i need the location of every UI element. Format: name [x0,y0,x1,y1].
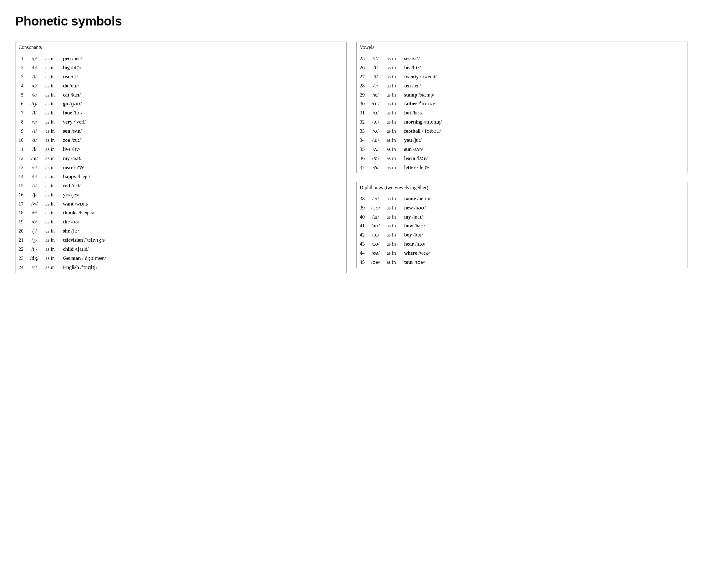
row-word: hear /hɪə/ [401,239,688,248]
row-number: 32 [357,118,368,127]
row-asin: as in [384,72,401,81]
table-row: 24 /ŋ/ as in English /ˈɪŋɡlɪʃ/ [15,263,346,273]
table-row: 16 /j/ as in yes /jes/ [15,190,346,200]
row-symbol: /eɪ/ [368,193,384,203]
row-number: 34 [357,136,368,145]
row-number: 43 [357,239,368,248]
row-word: football /ˈfʊtbɔːl/ [401,127,688,136]
table-row: 42 /ɔɪ/ as in boy /bɔɪ/ [357,230,688,239]
table-row: 44 /eə/ as in where /weə/ [357,248,688,258]
row-number: 21 [15,235,27,245]
row-word: how /haʊ/ [401,221,688,230]
vowels-table: Vowels 25 /iː/ as in see /siː/ 26 /ɪ/ as… [357,42,688,173]
row-asin: as in [43,208,60,217]
row-symbol: /f/ [27,108,43,118]
row-number: 37 [357,163,368,173]
row-symbol: /w/ [27,200,43,209]
row-symbol: /l/ [27,145,43,154]
row-number: 28 [357,81,368,90]
row-word: boy /bɔɪ/ [401,230,688,239]
row-number: 30 [357,99,368,108]
row-word: see /siː/ [401,53,688,63]
row-number: 31 [357,108,368,118]
row-symbol: /i/ [368,72,384,81]
row-number: 11 [15,145,27,154]
row-asin: as in [43,200,60,209]
row-symbol: /j/ [27,190,43,200]
row-word: his /hɪz/ [401,63,688,72]
row-symbol: /ɜː/ [368,154,384,163]
row-word: twenty /ˈtwenti/ [401,72,688,81]
row-word: child /tʃaɪld/ [60,245,346,254]
table-row: 35 /ʌ/ as in sun /sʌn/ [357,145,688,154]
row-asin: as in [43,145,60,154]
row-number: 9 [15,127,27,136]
row-asin: as in [43,172,60,181]
row-word: where /weə/ [401,248,688,258]
row-asin: as in [43,190,60,200]
table-row: 37 /ə/ as in letter /ˈletə/ [357,163,688,173]
table-row: 41 /aʊ/ as in how /haʊ/ [357,221,688,230]
row-symbol: /s/ [27,127,43,136]
row-word: four /fɔː/ [60,108,346,118]
row-asin: as in [384,248,401,258]
main-content: Consonants 1 /p/ as in pen /pen/ 2 /b/ a… [15,42,688,273]
row-word: tour /tʊə/ [401,258,688,268]
row-word: stamp /stæmp/ [401,90,688,99]
row-number: 4 [15,81,27,90]
row-symbol: /e/ [368,81,384,90]
row-word: German /ˈdʒɜːmən/ [60,254,346,263]
row-symbol: /h/ [27,172,43,181]
row-number: 6 [15,99,27,108]
table-row: 39 /əʊ/ as in new /nəʊ/ [357,203,688,213]
row-asin: as in [43,254,60,263]
table-row: 4 /d/ as in do /duː/ [15,81,346,90]
row-number: 17 [15,200,27,209]
row-symbol: /ɪ/ [368,63,384,72]
row-word: red /red/ [60,181,346,190]
row-word: learn /lɜːn/ [401,154,688,163]
table-row: 43 /ɪə/ as in hear /hɪə/ [357,239,688,248]
row-word: hot /hɒt/ [401,108,688,118]
row-asin: as in [384,108,401,118]
row-asin: as in [384,163,401,173]
row-symbol: /uː/ [368,136,384,145]
row-word: new /nəʊ/ [401,203,688,213]
row-symbol: /ɒ/ [368,108,384,118]
row-word: television /ˈtelɪvɪʒn/ [60,235,346,245]
diphthongs-table: Diphthongs (two vowels together) 38 /eɪ/… [357,182,688,268]
row-number: 33 [357,127,368,136]
row-symbol: /ə/ [368,163,384,173]
table-row: 2 /b/ as in big /bɪɡ/ [15,63,346,72]
row-number: 10 [15,136,27,145]
row-asin: as in [43,118,60,127]
row-word: near /nɪə/ [60,163,346,172]
row-asin: as in [384,90,401,99]
row-number: 18 [15,208,27,217]
row-asin: as in [43,136,60,145]
row-symbol: /ɔɪ/ [368,230,384,239]
row-asin: as in [384,127,401,136]
table-row: 40 /aɪ/ as in my /maɪ/ [357,213,688,222]
table-row: 27 /i/ as in twenty /ˈtwenti/ [357,72,688,81]
row-number: 44 [357,248,368,258]
row-asin: as in [43,217,60,226]
table-row: 11 /l/ as in live /lɪv/ [15,145,346,154]
row-number: 13 [15,163,27,172]
row-symbol: /aʊ/ [368,221,384,230]
row-asin: as in [384,99,401,108]
row-number: 19 [15,217,27,226]
row-symbol: /ʊ/ [368,127,384,136]
row-symbol: /aɪ/ [368,213,384,222]
row-number: 26 [357,63,368,72]
row-number: 5 [15,90,27,99]
row-word: father /ˈfɑːðə/ [401,99,688,108]
row-asin: as in [384,145,401,154]
table-row: 9 /s/ as in son /sʌn/ [15,127,346,136]
table-row: 20 /ʃ/ as in she /ʃiː/ [15,226,346,235]
row-asin: as in [384,193,401,203]
row-symbol: /ɑː/ [368,99,384,108]
row-asin: as in [384,81,401,90]
table-row: 28 /e/ as in ten /ten/ [357,81,688,90]
table-row: 29 /æ/ as in stamp /stæmp/ [357,90,688,99]
